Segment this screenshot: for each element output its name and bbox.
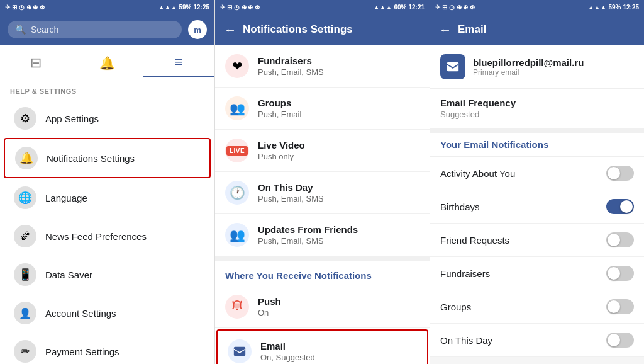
push-name: Push — [258, 296, 419, 307]
live-video-info: Live Video Push only — [258, 140, 419, 161]
battery-2: 60% — [394, 4, 406, 11]
tab-menu[interactable]: ≡ — [143, 49, 214, 77]
toggle-groups-switch[interactable] — [606, 299, 634, 314]
email-address-row: bluepillorredpill@mail.ru Primary email — [430, 45, 644, 89]
time-3: 12:25 — [623, 4, 639, 11]
receive-push[interactable]: Push On — [215, 286, 430, 328]
notif-live-video[interactable]: LIVE Live Video Push only — [215, 130, 430, 172]
icons-left: ⊞ ◷ ⊕ ⊕ ⊛ — [12, 4, 45, 11]
groups-icon: 👥 — [225, 96, 249, 120]
notifications-list: ❤ Fundraisers Push, Email, SMS 👥 Groups … — [215, 45, 430, 364]
freq-value: Suggested — [440, 110, 634, 119]
toggle-activity-label: Activity About You — [440, 168, 515, 179]
email-panel-title: Email — [458, 23, 486, 36]
menu-item-language[interactable]: 🌐 Language — [4, 179, 211, 217]
groups-name: Groups — [258, 98, 419, 108]
header-1: 🔍 Search m — [0, 14, 214, 45]
toggle-friend-requests-label: Friend Requests — [440, 235, 509, 246]
fundraisers-info: Fundraisers Push, Email, SMS — [258, 55, 419, 77]
tab-notifications[interactable]: 🔔 — [72, 49, 143, 77]
toggle-birthdays-label: Birthdays — [440, 202, 480, 212]
email-name: Email — [260, 341, 417, 351]
notif-settings-title: Notifications Settings — [243, 23, 353, 36]
menu-item-app-settings[interactable]: ⚙ App Settings — [4, 100, 211, 137]
toggle-on-this-day-switch[interactable] — [606, 333, 634, 348]
email-address-icon — [440, 54, 465, 79]
search-box[interactable]: 🔍 Search — [8, 21, 182, 38]
on-this-day-icon: 🕐 — [225, 181, 249, 205]
live-video-icon: LIVE — [225, 139, 249, 162]
notif-on-this-day[interactable]: 🕐 On This Day Push, Email, SMS — [215, 172, 430, 214]
notifications-label: Notifications Settings — [47, 153, 135, 164]
data-saver-label: Data Saver — [45, 270, 92, 280]
back-button-3[interactable]: ← — [439, 23, 452, 37]
help-settings-label: HELP & SETTINGS — [0, 81, 214, 99]
status-left-2: ✈ ⊞ ◷ ⊕ ⊕ ⊛ — [220, 4, 260, 11]
toggle-friend-requests: Friend Requests — [430, 224, 644, 257]
airplane-icon: ✈ — [5, 4, 10, 11]
where-receive-section: Where You Receive Notifications — [215, 256, 430, 286]
on-this-day-desc: Push, Email, SMS — [258, 194, 419, 203]
notifications-icon: 🔔 — [15, 147, 38, 169]
toggle-friend-requests-switch[interactable] — [606, 232, 634, 247]
menu-item-payment[interactable]: ✏ Payment Settings — [4, 333, 211, 364]
messenger-icon[interactable]: m — [188, 20, 207, 39]
language-icon: 🌐 — [14, 186, 36, 209]
toggle-groups-label: Groups — [440, 302, 471, 312]
notif-updates-friends[interactable]: 👥 Updates From Friends Push, Email, SMS — [215, 214, 430, 256]
panel-email: ✈ ⊞ ◷ ⊕ ⊕ ⊛ ▲▲▲ 59% 12:25 ← Email bluepi… — [430, 0, 644, 364]
email-desc: On, Suggested — [260, 353, 417, 362]
tab-bar: ⊟ 🔔 ≡ — [0, 45, 214, 81]
bell-icon: 🔔 — [99, 55, 115, 71]
newsfeed-prefs-icon: 🗞 — [14, 225, 36, 247]
menu-item-newsfeed-prefs[interactable]: 🗞 News Feed Preferences — [4, 217, 211, 255]
account-icon: 👤 — [14, 302, 36, 324]
header-3: ← Email — [430, 14, 644, 45]
email-primary-label: Primary email — [473, 68, 584, 77]
back-button-2[interactable]: ← — [224, 23, 236, 37]
battery-1: 59% — [179, 4, 191, 11]
menu-list: ⚙ App Settings 🔔 Notifications Settings … — [0, 99, 214, 364]
toggle-activity-switch[interactable] — [606, 166, 634, 181]
newsfeed-prefs-label: News Feed Preferences — [45, 231, 147, 242]
toggle-on-this-day-label: On This Day — [440, 335, 492, 346]
menu-item-data-saver[interactable]: 📱 Data Saver — [4, 256, 211, 293]
data-saver-icon: 📱 — [14, 263, 36, 286]
signal-2: ▲▲▲ — [374, 4, 392, 11]
email-frequency-section[interactable]: Email Frequency Suggested — [430, 89, 644, 133]
fundraisers-name: Fundraisers — [258, 55, 419, 66]
fundraisers-desc: Push, Email, SMS — [258, 67, 419, 77]
icons-left-3: ⊞ ◷ ⊕ ⊕ ⊛ — [442, 4, 475, 11]
toggle-fundraisers-switch[interactable] — [606, 266, 634, 281]
payment-label: Payment Settings — [45, 346, 119, 357]
newsfeed-icon: ⊟ — [30, 55, 42, 71]
live-video-desc: Push only — [258, 152, 419, 161]
email-info: Email On, Suggested — [260, 341, 417, 362]
updates-friends-desc: Push, Email, SMS — [258, 236, 419, 246]
live-badge: LIVE — [226, 146, 248, 156]
email-notif-section-title: Your Email Notifications — [430, 133, 644, 157]
notif-groups[interactable]: 👥 Groups Push, Email — [215, 88, 430, 130]
toggle-on-this-day: On This Day — [430, 324, 644, 357]
toggle-birthdays-switch[interactable] — [606, 199, 634, 214]
toggle-fundraisers-label: Fundraisers — [440, 268, 490, 279]
menu-item-notifications[interactable]: 🔔 Notifications Settings — [4, 138, 211, 178]
toggle-groups: Groups — [430, 290, 644, 324]
time-2: 12:21 — [408, 4, 425, 11]
menu-item-account[interactable]: 👤 Account Settings — [4, 294, 211, 332]
status-right-3: ▲▲▲ 59% 12:25 — [588, 4, 639, 11]
push-info: Push On — [258, 296, 419, 317]
receive-email[interactable]: Email On, Suggested — [216, 329, 428, 364]
on-this-day-info: On This Day Push, Email, SMS — [258, 182, 419, 203]
notif-fundraisers[interactable]: ❤ Fundraisers Push, Email, SMS — [215, 45, 430, 88]
svg-rect-5 — [447, 62, 458, 72]
status-left-3: ✈ ⊞ ◷ ⊕ ⊕ ⊛ — [435, 4, 475, 11]
payment-icon: ✏ — [14, 340, 36, 363]
tab-news-feed[interactable]: ⊟ — [0, 49, 72, 77]
status-bar-1: ✈ ⊞ ◷ ⊕ ⊕ ⊛ ▲▲▲ 59% 12:25 — [0, 0, 214, 14]
panel-left-menu: ✈ ⊞ ◷ ⊕ ⊕ ⊛ ▲▲▲ 59% 12:25 🔍 Search m ⊟ 🔔… — [0, 0, 215, 364]
panel-notifications-settings: ✈ ⊞ ◷ ⊕ ⊕ ⊛ ▲▲▲ 60% 12:21 ← Notification… — [215, 0, 430, 364]
email-address-text: bluepillorredpill@mail.ru — [473, 57, 584, 68]
signal-3: ▲▲▲ — [588, 4, 607, 11]
app-settings-label: App Settings — [45, 113, 99, 124]
